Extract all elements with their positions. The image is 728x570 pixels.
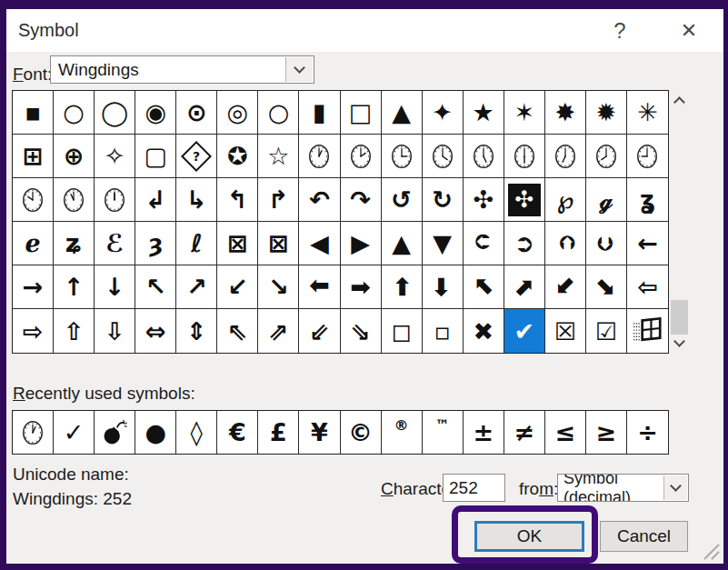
symbol-cell[interactable] — [341, 135, 382, 178]
symbol-cell[interactable]: ✹ — [586, 91, 627, 135]
symbol-cell[interactable] — [13, 178, 54, 222]
symbol-cell[interactable]: ↺ — [382, 178, 423, 222]
symbol-cell[interactable]: € — [217, 411, 258, 454]
symbol-cell[interactable]: ™ — [423, 411, 464, 454]
symbol-cell[interactable]: ® — [382, 411, 423, 454]
symbol-cell[interactable]: ➡ — [545, 265, 586, 309]
symbol-cell[interactable] — [627, 135, 668, 178]
close-icon[interactable]: ✕ — [669, 9, 709, 52]
from-dropdown[interactable]: Symbol (decimal) — [557, 474, 689, 502]
symbol-cell[interactable]: ↙ — [217, 265, 258, 309]
symbol-cell[interactable]: ✣ — [504, 178, 545, 222]
ok-button[interactable]: OK — [474, 521, 584, 552]
symbol-cell[interactable]: ✧ — [95, 135, 135, 178]
symbol-cell[interactable] — [504, 135, 545, 178]
symbol-cell[interactable]: ➡ — [504, 265, 545, 309]
symbol-cell[interactable]: ↗ — [176, 265, 217, 309]
symbol-cell[interactable]: ℯ — [13, 222, 54, 265]
symbol-cell[interactable]: ⇗ — [258, 309, 299, 353]
symbol-cell[interactable]: ▫ — [423, 309, 464, 353]
symbol-cell[interactable]: ℓ — [176, 222, 217, 265]
symbol-cell[interactable]: ◀ — [299, 222, 340, 265]
symbol-cell[interactable]: ʓ — [627, 178, 668, 222]
symbol-cell[interactable]: ◯ — [95, 91, 135, 135]
symbol-cell[interactable]: £ — [258, 411, 299, 454]
symbol-cell[interactable] — [299, 135, 340, 178]
symbol-cell[interactable]: ✳ — [627, 91, 668, 135]
symbol-cell[interactable] — [95, 178, 135, 222]
symbol-cell[interactable]: ⊙ — [176, 91, 217, 135]
symbol-cell[interactable]: ☆ — [258, 135, 299, 178]
symbol-cell[interactable]: ≠ — [504, 411, 545, 454]
symbol-cell[interactable]: ▪ — [13, 91, 54, 135]
symbol-cell[interactable]: ⇨ — [13, 309, 54, 353]
symbol-cell[interactable]: ➡ — [382, 265, 423, 309]
symbol-cell[interactable] — [545, 135, 586, 178]
symbol-cell[interactable]: ⊠ — [258, 222, 299, 265]
symbol-cell[interactable]: ⇩ — [95, 309, 135, 353]
symbol-cell[interactable]: ↓ — [95, 265, 135, 309]
symbol-cell[interactable] — [586, 135, 627, 178]
symbol-cell[interactable]: ➡ — [586, 265, 627, 309]
symbol-cell[interactable]: ⇔ — [135, 309, 176, 353]
symbol-cell[interactable]: ◊ — [176, 411, 217, 454]
character-code-input[interactable] — [443, 474, 505, 502]
symbol-cell[interactable]: ⇘ — [341, 309, 382, 353]
symbol-cell[interactable] — [423, 135, 464, 178]
symbol-cell[interactable]: ✸ — [545, 91, 586, 135]
symbol-cell[interactable]: ➡ — [464, 265, 504, 309]
symbol-cell[interactable]: ◎ — [217, 91, 258, 135]
symbol-cell[interactable]: ⇙ — [299, 309, 340, 353]
symbol-cell[interactable] — [382, 135, 423, 178]
symbol-cell[interactable]: ➡ — [341, 265, 382, 309]
symbol-cell[interactable]: ↰ — [217, 178, 258, 222]
symbol-cell[interactable]: ☑ — [586, 309, 627, 353]
symbol-cell[interactable]: ↑ — [54, 265, 95, 309]
scroll-up-button[interactable] — [670, 92, 689, 109]
symbol-cell[interactable]: ⇧ — [54, 309, 95, 353]
symbol-cell[interactable]: ➲ — [545, 222, 586, 265]
symbol-cell[interactable]: ▲ — [382, 222, 423, 265]
symbol-cell[interactable]: ○ — [258, 91, 299, 135]
symbol-cell[interactable]: © — [341, 411, 382, 454]
symbol-cell[interactable]: ◉ — [135, 91, 176, 135]
symbol-cell[interactable]: ÷ — [627, 411, 668, 454]
symbol-cell[interactable]: ▢ — [135, 135, 176, 178]
symbol-cell[interactable]: ➡ — [299, 265, 340, 309]
symbol-cell[interactable]: ≤ — [545, 411, 586, 454]
symbol-cell[interactable]: ↖ — [135, 265, 176, 309]
symbol-cell[interactable]: ℘ — [545, 178, 586, 222]
symbol-cell[interactable]: ○ — [54, 91, 95, 135]
symbol-cell[interactable]: ⇕ — [176, 309, 217, 353]
symbol-cell[interactable]: ➲ — [586, 222, 627, 265]
symbol-cell[interactable]: ← — [627, 222, 668, 265]
symbol-cell[interactable]: ↳ — [176, 178, 217, 222]
symbol-cell[interactable] — [627, 309, 668, 353]
symbol-cell[interactable]: ⊞ — [13, 135, 54, 178]
symbol-cell[interactable]: ⇦ — [627, 265, 668, 309]
symbol-cell[interactable]: ★ — [464, 91, 504, 135]
symbol-cell[interactable]: ● — [135, 411, 176, 454]
scrollbar-thumb[interactable] — [671, 300, 688, 335]
symbol-cell[interactable]: ◻ — [382, 309, 423, 353]
symbol-cell[interactable]: ⊠ — [217, 222, 258, 265]
symbol-cell[interactable]: ℰ — [95, 222, 135, 265]
symbol-cell[interactable]: ℊ — [586, 178, 627, 222]
symbol-cell[interactable]: ↘ — [258, 265, 299, 309]
symbol-cell[interactable]: ✦ — [423, 91, 464, 135]
symbol-cell[interactable]: □ — [341, 91, 382, 135]
font-combobox[interactable]: Wingdings — [50, 55, 314, 84]
symbol-cell[interactable]: ✖ — [464, 309, 504, 353]
symbol-cell[interactable]: ▶ — [341, 222, 382, 265]
scrollbar[interactable] — [670, 90, 689, 354]
symbol-cell[interactable]: ✪ — [217, 135, 258, 178]
symbol-cell[interactable]: ↱ — [258, 178, 299, 222]
symbol-cell[interactable]: ▮ — [299, 91, 340, 135]
symbol-cell-selected[interactable]: ✔ — [504, 309, 545, 353]
font-combobox-dropdown-button[interactable] — [285, 57, 313, 82]
symbol-cell[interactable]: ± — [464, 411, 504, 454]
resize-grip-icon[interactable] — [701, 541, 721, 561]
symbol-cell[interactable]: ▲ — [382, 91, 423, 135]
symbol-cell[interactable] — [464, 135, 504, 178]
symbol-cell[interactable]: → — [13, 265, 54, 309]
